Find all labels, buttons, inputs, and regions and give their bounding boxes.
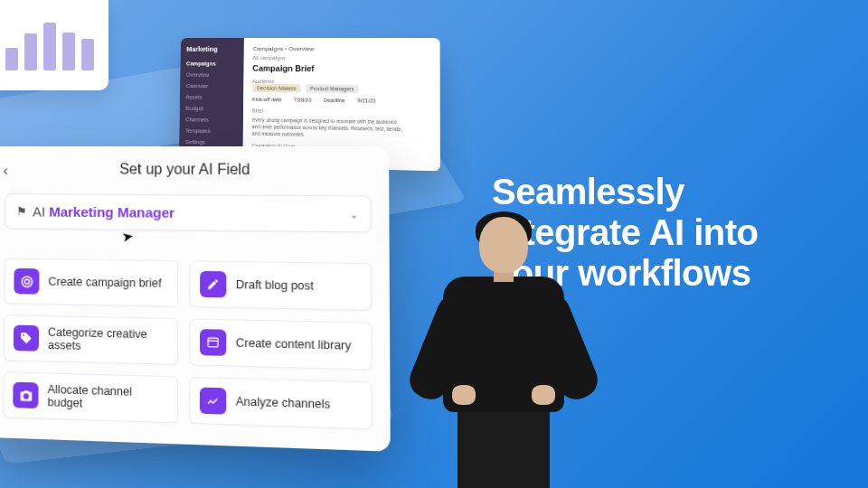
action-label: Draft blog post (236, 278, 314, 293)
kickoff-value: 7/28/23 (294, 97, 312, 102)
audience-pill[interactable]: Product Managers (306, 84, 359, 93)
chart-bar (5, 48, 18, 70)
library-icon (200, 329, 226, 356)
svg-rect-2 (208, 338, 218, 347)
sidebar-item[interactable]: Assets (185, 94, 237, 101)
ai-setup-panel: ‹ Set up your AI Field ⚑ AI Marketing Ma… (0, 146, 391, 452)
chart-bar (43, 23, 56, 70)
presenter-figure (407, 208, 597, 488)
chart-bar (24, 33, 37, 70)
action-label: Allocate channel budget (47, 383, 167, 413)
action-create-campaign-brief[interactable]: Create campaign brief (4, 258, 178, 307)
sidebar-item[interactable]: Overview (186, 71, 238, 79)
action-label: Create campaign brief (48, 275, 161, 289)
target-icon (14, 268, 39, 295)
presentation-slide: Seamlessly integrate AI into your workfl… (0, 0, 868, 488)
deadline-label: Deadline (324, 98, 345, 103)
action-categorize-assets[interactable]: Categorize creative assets (4, 314, 178, 365)
action-allocate-budget[interactable]: Allocate channel budget (3, 371, 178, 423)
pencil-icon (200, 271, 226, 297)
role-value: Marketing Manager (49, 204, 175, 221)
action-analyze-channels[interactable]: Analyze channels (189, 377, 373, 430)
action-label: Create content library (236, 336, 352, 352)
action-create-content-library[interactable]: Create content library (189, 318, 372, 370)
ai-role-selector[interactable]: ⚑ AI Marketing Manager ⌄ ➤ (5, 193, 372, 232)
sidebar-item[interactable]: Settings (185, 138, 237, 146)
role-prefix: AI (33, 203, 45, 219)
sidebar-item[interactable]: Budget (185, 105, 237, 112)
tag-icon (14, 325, 39, 352)
cursor-icon: ➤ (120, 228, 135, 246)
brief-body-label: Brief (252, 108, 430, 116)
camera-icon (13, 382, 38, 408)
mini-bar-chart (0, 0, 108, 90)
svg-point-3 (24, 394, 27, 397)
action-label: Categorize creative assets (48, 325, 168, 354)
kickoff-label: Kick-off date (252, 97, 281, 102)
brief-body-text: Every strong campaign is designed to res… (252, 117, 407, 140)
deadline-value: 9/21/23 (357, 98, 375, 103)
breadcrumb[interactable]: Campaigns › Overview (253, 45, 430, 52)
svg-point-0 (22, 276, 32, 286)
sub-crumb: All campaigns (252, 55, 430, 61)
back-arrow-icon[interactable]: ‹ (3, 163, 7, 179)
chart-bar (81, 39, 94, 70)
chevron-down-icon: ⌄ (349, 207, 359, 221)
sidebar-item[interactable]: Templates (185, 127, 237, 136)
analytics-icon (200, 388, 226, 415)
panel-title: Set up your AI Field (119, 161, 250, 177)
brief-title: Campaign Brief (252, 63, 430, 73)
svg-point-1 (24, 279, 29, 284)
chart-bar (62, 33, 75, 71)
sidebar-item[interactable]: Channels (185, 116, 237, 123)
flag-icon: ⚑ (16, 204, 27, 218)
sidebar-item[interactable]: Calendar (186, 82, 238, 89)
action-grid: Create campaign brief Draft blog post Ca… (3, 258, 373, 430)
action-draft-blog-post[interactable]: Draft blog post (190, 260, 373, 311)
action-label: Analyze channels (236, 395, 330, 411)
sidebar-item-campaigns[interactable]: Campaigns (186, 61, 238, 68)
audience-pill[interactable]: Decision Makers (252, 84, 300, 93)
brand-label: Marketing (186, 45, 238, 52)
